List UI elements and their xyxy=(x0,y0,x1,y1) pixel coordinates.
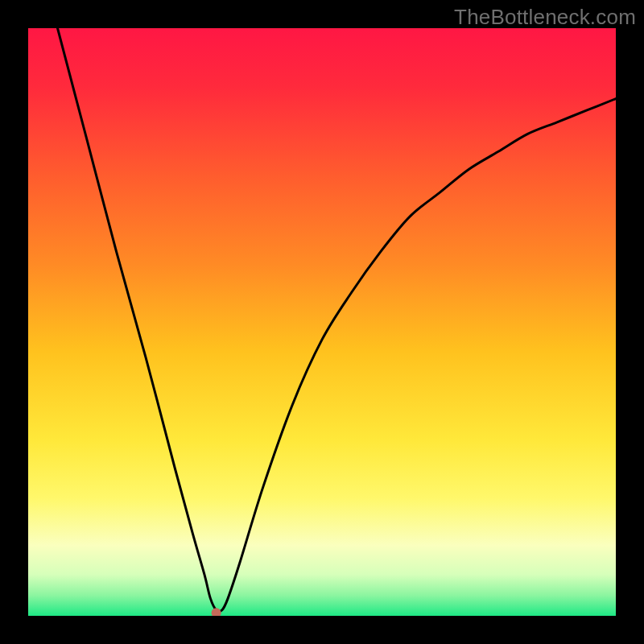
gradient-bg xyxy=(28,28,616,616)
plot-svg xyxy=(28,28,616,616)
plot-area xyxy=(28,28,616,616)
chart-frame: TheBottleneck.com xyxy=(0,0,644,644)
watermark-text: TheBottleneck.com xyxy=(454,5,636,30)
